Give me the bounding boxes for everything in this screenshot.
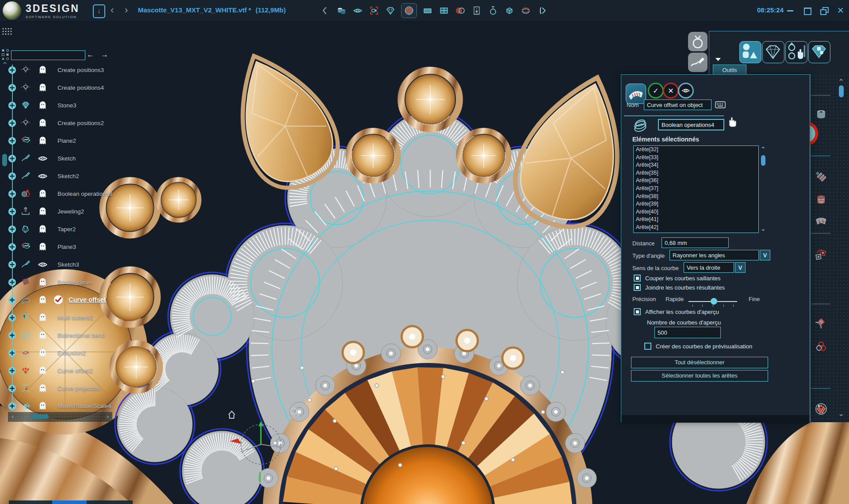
edge-list-item[interactable]: Arête[37] [634,185,758,193]
tree-item-sketch3[interactable]: Sketch3 [0,256,133,273]
visibility-eye-icon[interactable] [37,171,48,182]
maximize-button[interactable] [803,7,811,15]
expand-plus-icon[interactable] [7,366,17,376]
eye-icon[interactable] [352,5,363,16]
tree-search-input[interactable] [11,50,85,60]
expand-plus-icon[interactable] [7,295,17,305]
tree-hscrollbar[interactable]: ‹ › [8,412,112,422]
curve-direction-dropdown-icon[interactable]: V [735,262,746,273]
ring-sizer-icon[interactable] [487,5,499,16]
search-forward-icon[interactable]: → [101,50,108,59]
angle-type-dropdown-icon[interactable]: V [760,250,770,260]
redo-chevron-icon[interactable]: › [125,4,128,17]
restore-button[interactable] [820,7,828,15]
curve-direction-select[interactable]: Vers la droite [684,262,734,273]
tree-item-create-positions4[interactable]: Create positions4 [0,79,133,96]
expand-plus-icon[interactable] [7,401,17,411]
plate-icon[interactable] [422,5,433,16]
expand-plus-icon[interactable] [7,242,17,252]
tree-item-boolean-operations3[interactable]: Boolean operations3 [0,185,133,202]
tree-item-sketch2[interactable]: Sketch2 [0,167,133,185]
edge-list-item[interactable]: Arête[40] [634,208,758,216]
tree-item-plane3[interactable]: Plane3 [0,238,133,256]
minimize-button[interactable] [786,7,794,15]
ghost-icon[interactable] [37,365,48,376]
deselect-all-button[interactable]: Tout désélectionner [631,357,768,368]
ghost-icon[interactable] [37,100,48,111]
preview-count-input[interactable]: 500 [654,327,721,338]
expand-plus-icon[interactable] [7,118,17,128]
search-back-icon[interactable]: ← [87,50,94,59]
tree-item-border-curve[interactable]: Border curve [0,273,133,291]
cylinder-tool-icon[interactable] [815,108,827,121]
tree-item-create-positions3[interactable]: Create positions3 [0,61,133,79]
ghost-icon[interactable] [37,383,48,394]
expand-plus-icon[interactable] [7,224,17,234]
list-scroll-up-icon[interactable]: ⌃ [761,145,766,153]
confirm-button[interactable]: ✓ [648,83,664,99]
grid-icon[interactable] [438,5,450,16]
ghost-icon[interactable] [37,312,48,323]
join-curves-checkbox[interactable] [634,284,641,291]
hscroll-thumb[interactable] [31,414,49,419]
tree-item-stone3[interactable]: Stone3 [0,96,133,114]
trefoil-icon[interactable] [815,340,827,353]
keyboard-icon[interactable] [715,100,726,110]
save-icon[interactable]: ↓ [93,4,105,18]
ghost-icon[interactable] [37,65,48,76]
sketch-shortcut-button[interactable] [688,53,708,72]
mannequin-icon[interactable] [471,5,482,16]
visibility-eye-icon[interactable] [37,153,48,164]
tree-item-create-positions2[interactable]: Create positions2 [0,114,133,132]
tree-item-plane2[interactable]: Plane2 [0,132,133,149]
cancel-button[interactable]: ✕ [663,83,679,99]
target-object-input[interactable]: Boolean operations4 [658,119,724,130]
tree-scroll-down-icon[interactable]: ⌄ [1,401,8,411]
panel-tab-primitives-icon[interactable] [739,41,761,63]
cube-icon[interactable] [504,5,515,16]
expand-plus-icon[interactable] [7,260,17,270]
edge-list-item[interactable]: Arête[32] [634,146,758,154]
expand-plus-icon[interactable] [7,65,17,75]
ghost-icon[interactable] [37,206,48,217]
list-scroll-down-icon[interactable]: ⌄ [761,225,766,232]
back-chevron-icon[interactable] [319,5,331,16]
tree-item-bidirectional-bend[interactable]: Bidirectional bend [0,326,133,344]
ghost-icon[interactable] [37,401,48,412]
ghost-icon[interactable] [37,224,48,235]
tree-item-curve-offset[interactable]: Curve offset [0,291,133,309]
ghost-icon[interactable] [37,347,48,359]
ghost-icon[interactable] [37,277,48,288]
expand-plus-icon[interactable] [7,189,17,199]
ghost-icon[interactable] [37,241,48,252]
expand-plus-icon[interactable] [7,330,17,340]
expand-plus-icon[interactable] [7,313,17,323]
panel-tab-assembly-icon[interactable] [808,41,830,63]
materials-icon[interactable] [336,5,347,16]
show-preview-curves-checkbox[interactable] [634,308,641,315]
list-scrollbar-thumb[interactable] [761,155,765,166]
panel-tab-ring-hand-icon[interactable] [785,41,807,63]
pave-icon[interactable] [815,403,827,415]
angle-type-select[interactable]: Rayonner les angles [669,250,759,260]
jeweling-tool-icon[interactable] [815,170,827,183]
bend-surface-icon[interactable] [815,215,827,228]
corner-gem-icon[interactable] [815,318,827,331]
edge-list-item[interactable]: Arête[39] [634,200,758,208]
tree-scrollbar-thumb[interactable] [2,154,7,166]
expand-plus-icon[interactable] [7,383,17,393]
transform-tool-icon[interactable] [815,249,827,261]
ghost-icon[interactable] [37,188,48,199]
panel-tab-gem-icon[interactable] [762,41,784,63]
rings-icon[interactable] [455,5,466,16]
expand-plus-icon[interactable] [7,277,17,287]
ghost-icon[interactable] [37,82,48,93]
edge-list-item[interactable]: Arête[36] [634,177,758,185]
toolbar-scrollbar-thumb[interactable] [839,85,844,97]
ghost-icon[interactable] [37,118,48,129]
tree-item-multi-cutters2[interactable]: Multi cutters2 [0,309,133,326]
edge-list-item[interactable]: Arête[35] [634,169,758,177]
ghost-icon[interactable] [37,294,48,305]
ring-shortcut-button[interactable] [688,32,708,51]
diamond-icon[interactable] [385,5,396,16]
